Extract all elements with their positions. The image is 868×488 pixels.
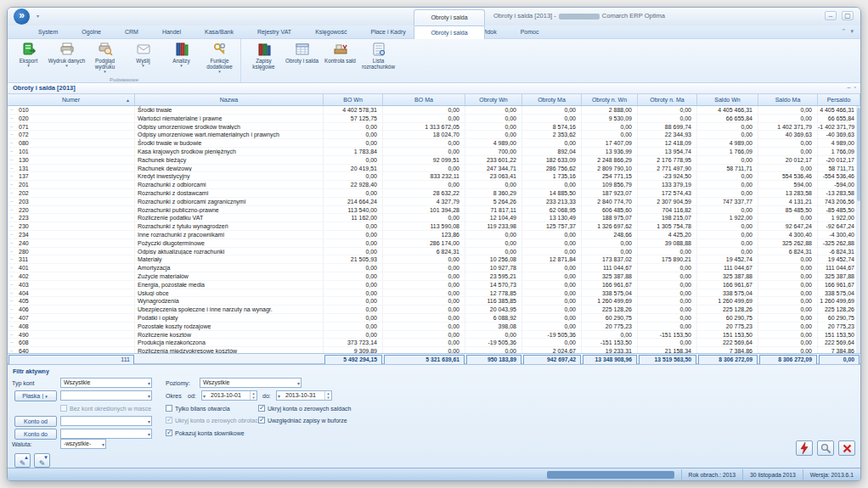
- waluta-select[interactable]: -wszystkie- ▾: [60, 439, 106, 449]
- menu-tab[interactable]: Rejestry VAT: [245, 25, 303, 39]
- table-row[interactable]: –490 Rozliczenie kosztów 0,00 0,00 0,00 …: [8, 331, 860, 339]
- window-tab[interactable]: Obroty i salda: [414, 9, 485, 25]
- table-row[interactable]: –202 Rozrachunki z dostawcami 0,00 28 63…: [8, 189, 860, 198]
- analizy-button[interactable]: Analizy ▾: [162, 40, 200, 68]
- column-header[interactable]: BO Wn: [324, 94, 383, 105]
- obroty-ma-cell: 2 353,62: [522, 131, 582, 138]
- table-row[interactable]: –230 Rozrachunki z tytułu wynagrodzeń 0,…: [8, 222, 860, 231]
- tab-obroty-i-salda-active[interactable]: Obroty i salda: [414, 25, 485, 39]
- checkbox-pokazuj-slownikowe[interactable]: Pokazuj konta słownikowe: [166, 429, 245, 436]
- table-row[interactable]: –640 Rozliczenia międzyokresowe kosztów …: [8, 347, 860, 353]
- column-header[interactable]: Numer: [8, 94, 135, 105]
- scrollbar-thumb[interactable]: [857, 108, 860, 201]
- checkbox-ukryj-salda[interactable]: Ukryj konta o zerowych saldach: [258, 405, 351, 412]
- vertical-scrollbar[interactable]: [856, 106, 860, 353]
- eksport-button[interactable]: Eksport ▾: [9, 40, 48, 68]
- table-row[interactable]: –101 Kasa krajowych środków pieniężnych …: [8, 148, 860, 156]
- table-row[interactable]: –406 Ubezpieczenia społeczne i inne narz…: [8, 306, 860, 314]
- lista-rozrachunkow-button[interactable]: Lista rozrachunków: [359, 40, 397, 70]
- checkbox-bez-kont[interactable]: Bez kont określonych w masce: [60, 405, 151, 412]
- table-row[interactable]: –401 Amortyzacja 0,00 0,00 10 927,78 0,0…: [8, 264, 860, 272]
- konto-od-button[interactable]: Konto od: [14, 416, 57, 427]
- wydruk-danych-button[interactable]: Wydruk danych ▾: [48, 40, 86, 68]
- table-row[interactable]: –404 Usługi obce 0,00 0,00 12 778,85 0,0…: [8, 289, 860, 298]
- column-header[interactable]: Saldo Wn: [697, 94, 758, 105]
- column-header[interactable]: BO Ma: [383, 94, 465, 105]
- menu-tab[interactable]: Pomoc: [509, 25, 551, 39]
- menu-tab[interactable]: Ogólne: [70, 25, 113, 39]
- table-row[interactable]: –311 Materiały 21 505,93 0,00 10 256,08 …: [8, 255, 860, 264]
- konto-do-button[interactable]: Konto do: [14, 429, 57, 440]
- typ-kont-select[interactable]: Wszystkie ▾: [60, 378, 152, 388]
- details-button[interactable]: [817, 440, 834, 456]
- date-to-field[interactable]: ▾ 2013-10-31 ▲▼: [276, 390, 332, 401]
- table-row[interactable]: –240 Pożyczki długoterminowe 0,00 286 17…: [8, 239, 860, 248]
- column-total: 950 183,89: [466, 355, 521, 365]
- table-row[interactable]: –402 Zużycie materiałów 0,00 0,00 23 595…: [8, 272, 860, 281]
- table-row[interactable]: –131 Rachunek dewizowy 20 419,51 0,00 24…: [8, 165, 860, 173]
- table-row[interactable]: –608 Produkcja niezakończona 373 723,14 …: [8, 339, 860, 347]
- table-row[interactable]: –407 Podatki i opłaty 0,00 0,00 6 088,92…: [8, 314, 860, 323]
- column-header[interactable]: Nazwa: [135, 94, 324, 105]
- maximize-button[interactable]: ▢: [842, 11, 854, 20]
- dropdown-caret-icon: ▾: [65, 64, 68, 68]
- date-spinner[interactable]: ▲▼: [250, 391, 256, 400]
- menu-tab[interactable]: Kasa/Bank: [193, 25, 245, 39]
- table-row[interactable]: –403 Energia, pozostałe media 0,00 0,00 …: [8, 281, 860, 289]
- table-row[interactable]: –072 Odpisy umorzeniowe wart.niematerial…: [8, 131, 860, 139]
- obroty-i-salda-button[interactable]: Obroty i salda: [283, 40, 321, 64]
- date-spinner[interactable]: ▲▼: [324, 391, 331, 400]
- menu-tab[interactable]: Księgowość: [303, 25, 358, 39]
- chevron-down-icon[interactable]: ▾: [42, 394, 49, 399]
- column-header[interactable]: Saldo Ma: [758, 94, 818, 105]
- checkbox-zapisy-bufor[interactable]: Uwzględniać zapisy w buforze: [258, 417, 347, 423]
- menu-tab[interactable]: Płace i Kadry: [358, 25, 417, 39]
- konto-od-select[interactable]: ▾: [60, 416, 152, 426]
- menu-tab[interactable]: System: [26, 25, 70, 39]
- zapisy-ksiegowe-button[interactable]: Zapisy księgowe: [245, 40, 283, 70]
- table-row[interactable]: –137 Kredyt inwestycyjny 0,00 833 232,11…: [8, 172, 860, 181]
- column-header[interactable]: Persaldo: [818, 94, 860, 105]
- maska-select[interactable]: ▾: [60, 390, 152, 401]
- konto-do-select[interactable]: ▾: [60, 429, 152, 439]
- table-row[interactable]: –203 Rozrachunki z odbiorcami zagraniczn…: [8, 198, 860, 206]
- obroty-n-wn-cell: 0,00: [582, 248, 638, 255]
- ribbon-options-icon[interactable]: ▾: [850, 28, 854, 35]
- ribbon-pin-icon[interactable]: ⌃: [842, 28, 847, 35]
- table-row[interactable]: –130 Rachunek bieżący 0,00 92 099,51 233…: [8, 156, 860, 165]
- table-row[interactable]: –280 Odpisy aktualizujące rozrachunki 0,…: [8, 248, 860, 256]
- checkbox-tylko-bilans[interactable]: Tylko bilans otwarcia: [166, 405, 230, 412]
- column-header[interactable]: Obroty n. Ma: [638, 94, 697, 105]
- kontrola-sald-button[interactable]: Kontrola sald: [321, 40, 359, 64]
- table-row[interactable]: –223 Rozliczenie podatku VAT 11 162,00 0…: [8, 214, 860, 222]
- panel-minimize-icon[interactable]: –: [848, 84, 851, 90]
- minimize-button[interactable]: –: [825, 11, 837, 20]
- filter-collapse-button[interactable]: ✎ ▲: [14, 453, 31, 468]
- table-row[interactable]: –080 Środki trwałe w budowie 0,00 0,00 4…: [8, 139, 860, 148]
- table-row[interactable]: –234 Inne rozrachunki z pracownikami 0,0…: [8, 231, 860, 239]
- table-row[interactable]: –010 Środki trwałe 4 402 578,31 0,00 0,0…: [8, 106, 860, 115]
- filter-expand-button[interactable]: ✎ ▼: [34, 453, 50, 468]
- table-row[interactable]: –071 Odpisy umorzeniowe środków trwałych…: [8, 123, 860, 132]
- table-row[interactable]: –201 Rozrachunki z odbiorcami 22 928,40 …: [8, 181, 860, 189]
- recalculate-button[interactable]: [796, 440, 813, 456]
- close-button[interactable]: [838, 440, 855, 456]
- column-header[interactable]: Obroty Wn: [465, 94, 522, 105]
- table-row[interactable]: –405 Wynagrodzenia 0,00 0,00 116 385,85 …: [8, 297, 860, 306]
- table-row[interactable]: –408 Pozostałe koszty rodzajowe 0,00 0,0…: [8, 323, 860, 331]
- column-header[interactable]: Obroty Ma: [522, 94, 582, 105]
- menu-tab[interactable]: Handel: [150, 25, 193, 39]
- wyslij-button[interactable]: Wyślij ▾: [124, 40, 162, 68]
- checkbox-ukryj-obroty[interactable]: Ukryj konta o zerowych obrotach: [166, 417, 262, 423]
- table-row[interactable]: –020 Wartości niematerialne i prawne 57 …: [8, 115, 860, 123]
- menu-tab[interactable]: CRM: [113, 25, 150, 39]
- table-row[interactable]: –220 Rozrachunki publiczno-prawne 113 54…: [8, 206, 860, 215]
- quick-access-caret-icon[interactable]: ▾: [37, 13, 39, 19]
- column-header[interactable]: Obroty n. Wn: [582, 94, 638, 105]
- date-from-field[interactable]: ▾ 2013-10-01 ▲▼: [201, 390, 257, 401]
- plaska-button[interactable]: Płaska▾: [14, 390, 57, 401]
- poziomy-select[interactable]: Wszystkie ▾: [200, 378, 302, 388]
- funkcje-dodatkowe-button[interactable]: Funkcje dodatkowe ▾: [200, 40, 239, 74]
- panel-restore-icon[interactable]: ▫: [854, 84, 856, 90]
- podglad-wydruku-button[interactable]: Podgląd wydruku ▾: [86, 40, 124, 74]
